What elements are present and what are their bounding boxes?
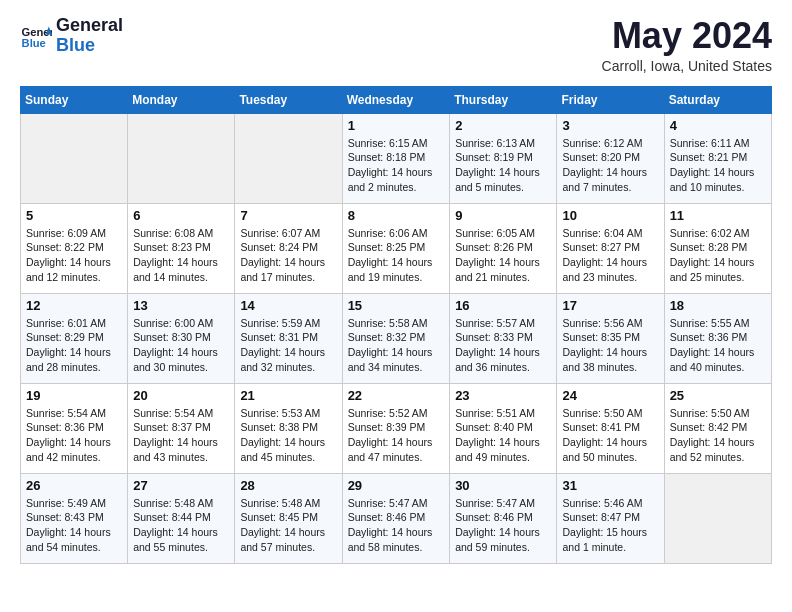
day-info: Sunrise: 5:50 AM Sunset: 8:41 PM Dayligh… xyxy=(562,406,658,465)
day-info: Sunrise: 6:09 AM Sunset: 8:22 PM Dayligh… xyxy=(26,226,122,285)
day-number: 15 xyxy=(348,298,445,313)
day-info: Sunrise: 5:47 AM Sunset: 8:46 PM Dayligh… xyxy=(455,496,551,555)
day-info: Sunrise: 5:49 AM Sunset: 8:43 PM Dayligh… xyxy=(26,496,122,555)
title-block: May 2024 Carroll, Iowa, United States xyxy=(602,16,772,74)
svg-text:Blue: Blue xyxy=(22,37,46,49)
page-header: General Blue General Blue May 2024 Carro… xyxy=(20,16,772,74)
day-number: 23 xyxy=(455,388,551,403)
day-number: 4 xyxy=(670,118,766,133)
day-number: 14 xyxy=(240,298,336,313)
calendar-cell: 3Sunrise: 6:12 AM Sunset: 8:20 PM Daylig… xyxy=(557,113,664,203)
calendar-cell: 6Sunrise: 6:08 AM Sunset: 8:23 PM Daylig… xyxy=(128,203,235,293)
calendar-cell xyxy=(235,113,342,203)
logo-icon: General Blue xyxy=(20,20,52,52)
day-info: Sunrise: 5:56 AM Sunset: 8:35 PM Dayligh… xyxy=(562,316,658,375)
day-number: 16 xyxy=(455,298,551,313)
day-info: Sunrise: 6:08 AM Sunset: 8:23 PM Dayligh… xyxy=(133,226,229,285)
weekday-header-wednesday: Wednesday xyxy=(342,86,450,113)
day-number: 25 xyxy=(670,388,766,403)
day-number: 21 xyxy=(240,388,336,403)
logo: General Blue General Blue xyxy=(20,16,123,56)
calendar-cell: 11Sunrise: 6:02 AM Sunset: 8:28 PM Dayli… xyxy=(664,203,771,293)
weekday-header-saturday: Saturday xyxy=(664,86,771,113)
weekday-header-row: SundayMondayTuesdayWednesdayThursdayFrid… xyxy=(21,86,772,113)
week-row-1: 1Sunrise: 6:15 AM Sunset: 8:18 PM Daylig… xyxy=(21,113,772,203)
calendar-cell: 23Sunrise: 5:51 AM Sunset: 8:40 PM Dayli… xyxy=(450,383,557,473)
month-title: May 2024 xyxy=(602,16,772,56)
day-info: Sunrise: 5:52 AM Sunset: 8:39 PM Dayligh… xyxy=(348,406,445,465)
calendar-cell: 15Sunrise: 5:58 AM Sunset: 8:32 PM Dayli… xyxy=(342,293,450,383)
day-number: 28 xyxy=(240,478,336,493)
day-number: 18 xyxy=(670,298,766,313)
day-info: Sunrise: 5:53 AM Sunset: 8:38 PM Dayligh… xyxy=(240,406,336,465)
day-number: 24 xyxy=(562,388,658,403)
day-info: Sunrise: 6:12 AM Sunset: 8:20 PM Dayligh… xyxy=(562,136,658,195)
day-number: 8 xyxy=(348,208,445,223)
calendar-cell: 31Sunrise: 5:46 AM Sunset: 8:47 PM Dayli… xyxy=(557,473,664,563)
day-number: 19 xyxy=(26,388,122,403)
day-info: Sunrise: 5:59 AM Sunset: 8:31 PM Dayligh… xyxy=(240,316,336,375)
calendar-cell: 17Sunrise: 5:56 AM Sunset: 8:35 PM Dayli… xyxy=(557,293,664,383)
day-number: 5 xyxy=(26,208,122,223)
day-info: Sunrise: 6:01 AM Sunset: 8:29 PM Dayligh… xyxy=(26,316,122,375)
calendar-cell: 10Sunrise: 6:04 AM Sunset: 8:27 PM Dayli… xyxy=(557,203,664,293)
day-info: Sunrise: 5:48 AM Sunset: 8:45 PM Dayligh… xyxy=(240,496,336,555)
calendar-cell xyxy=(21,113,128,203)
day-number: 13 xyxy=(133,298,229,313)
day-number: 26 xyxy=(26,478,122,493)
day-number: 1 xyxy=(348,118,445,133)
week-row-5: 26Sunrise: 5:49 AM Sunset: 8:43 PM Dayli… xyxy=(21,473,772,563)
day-info: Sunrise: 6:02 AM Sunset: 8:28 PM Dayligh… xyxy=(670,226,766,285)
calendar-cell: 13Sunrise: 6:00 AM Sunset: 8:30 PM Dayli… xyxy=(128,293,235,383)
week-row-4: 19Sunrise: 5:54 AM Sunset: 8:36 PM Dayli… xyxy=(21,383,772,473)
day-number: 17 xyxy=(562,298,658,313)
day-info: Sunrise: 6:11 AM Sunset: 8:21 PM Dayligh… xyxy=(670,136,766,195)
calendar-table: SundayMondayTuesdayWednesdayThursdayFrid… xyxy=(20,86,772,564)
location: Carroll, Iowa, United States xyxy=(602,58,772,74)
calendar-cell: 12Sunrise: 6:01 AM Sunset: 8:29 PM Dayli… xyxy=(21,293,128,383)
calendar-cell: 2Sunrise: 6:13 AM Sunset: 8:19 PM Daylig… xyxy=(450,113,557,203)
day-number: 6 xyxy=(133,208,229,223)
calendar-cell: 29Sunrise: 5:47 AM Sunset: 8:46 PM Dayli… xyxy=(342,473,450,563)
calendar-cell: 24Sunrise: 5:50 AM Sunset: 8:41 PM Dayli… xyxy=(557,383,664,473)
day-number: 3 xyxy=(562,118,658,133)
day-info: Sunrise: 5:46 AM Sunset: 8:47 PM Dayligh… xyxy=(562,496,658,555)
day-number: 10 xyxy=(562,208,658,223)
calendar-cell: 22Sunrise: 5:52 AM Sunset: 8:39 PM Dayli… xyxy=(342,383,450,473)
day-number: 22 xyxy=(348,388,445,403)
day-info: Sunrise: 6:00 AM Sunset: 8:30 PM Dayligh… xyxy=(133,316,229,375)
day-number: 9 xyxy=(455,208,551,223)
day-info: Sunrise: 5:50 AM Sunset: 8:42 PM Dayligh… xyxy=(670,406,766,465)
day-number: 27 xyxy=(133,478,229,493)
day-info: Sunrise: 5:54 AM Sunset: 8:36 PM Dayligh… xyxy=(26,406,122,465)
day-number: 2 xyxy=(455,118,551,133)
calendar-cell: 4Sunrise: 6:11 AM Sunset: 8:21 PM Daylig… xyxy=(664,113,771,203)
day-number: 30 xyxy=(455,478,551,493)
day-info: Sunrise: 5:48 AM Sunset: 8:44 PM Dayligh… xyxy=(133,496,229,555)
week-row-2: 5Sunrise: 6:09 AM Sunset: 8:22 PM Daylig… xyxy=(21,203,772,293)
calendar-cell: 5Sunrise: 6:09 AM Sunset: 8:22 PM Daylig… xyxy=(21,203,128,293)
day-info: Sunrise: 5:47 AM Sunset: 8:46 PM Dayligh… xyxy=(348,496,445,555)
day-number: 29 xyxy=(348,478,445,493)
calendar-cell: 20Sunrise: 5:54 AM Sunset: 8:37 PM Dayli… xyxy=(128,383,235,473)
day-info: Sunrise: 6:15 AM Sunset: 8:18 PM Dayligh… xyxy=(348,136,445,195)
logo-line2: Blue xyxy=(56,35,95,55)
calendar-cell: 21Sunrise: 5:53 AM Sunset: 8:38 PM Dayli… xyxy=(235,383,342,473)
calendar-cell: 16Sunrise: 5:57 AM Sunset: 8:33 PM Dayli… xyxy=(450,293,557,383)
weekday-header-monday: Monday xyxy=(128,86,235,113)
day-info: Sunrise: 5:58 AM Sunset: 8:32 PM Dayligh… xyxy=(348,316,445,375)
day-number: 12 xyxy=(26,298,122,313)
calendar-cell: 25Sunrise: 5:50 AM Sunset: 8:42 PM Dayli… xyxy=(664,383,771,473)
calendar-cell: 19Sunrise: 5:54 AM Sunset: 8:36 PM Dayli… xyxy=(21,383,128,473)
day-info: Sunrise: 6:04 AM Sunset: 8:27 PM Dayligh… xyxy=(562,226,658,285)
day-info: Sunrise: 6:07 AM Sunset: 8:24 PM Dayligh… xyxy=(240,226,336,285)
weekday-header-tuesday: Tuesday xyxy=(235,86,342,113)
calendar-cell: 26Sunrise: 5:49 AM Sunset: 8:43 PM Dayli… xyxy=(21,473,128,563)
day-info: Sunrise: 6:06 AM Sunset: 8:25 PM Dayligh… xyxy=(348,226,445,285)
day-number: 7 xyxy=(240,208,336,223)
day-number: 31 xyxy=(562,478,658,493)
day-info: Sunrise: 6:05 AM Sunset: 8:26 PM Dayligh… xyxy=(455,226,551,285)
day-number: 11 xyxy=(670,208,766,223)
weekday-header-thursday: Thursday xyxy=(450,86,557,113)
weekday-header-sunday: Sunday xyxy=(21,86,128,113)
